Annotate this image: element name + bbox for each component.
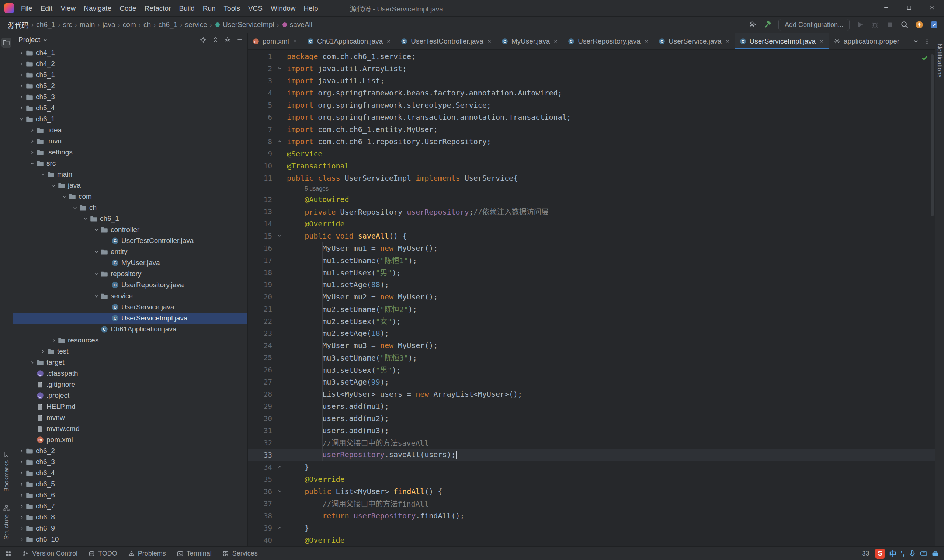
line-number[interactable]: 24: [248, 342, 275, 349]
code-line-21[interactable]: 21 mu2.setUname("陈恒2");: [248, 303, 935, 315]
tree-item-ch6_3[interactable]: ch6_3: [13, 456, 248, 468]
tree-item-ch6_8[interactable]: ch6_8: [13, 512, 248, 523]
window-maximize-button[interactable]: [898, 0, 921, 16]
tree-item-com[interactable]: com: [13, 191, 248, 202]
code-line-40[interactable]: 40 @Override: [248, 534, 935, 546]
tree-item-ch6_1[interactable]: ch6_1: [13, 114, 248, 125]
tree-item-.settings[interactable]: .settings: [13, 147, 248, 158]
code-line-29[interactable]: 29 users.add(mu1);: [248, 400, 935, 412]
menu-edit[interactable]: Edit: [37, 0, 57, 17]
code-line-37[interactable]: 37 //调用父接口中的方法findAll: [248, 497, 935, 509]
line-number[interactable]: 19: [248, 280, 275, 289]
chevron-down-icon[interactable]: [17, 115, 26, 123]
tab-Ch61Application.java[interactable]: CCh61Application.java: [302, 33, 396, 49]
tree-item-main[interactable]: main: [13, 169, 248, 180]
chevron-down-icon[interactable]: [28, 159, 37, 168]
code-line-13[interactable]: 13 private UserRepository userRepository…: [248, 205, 935, 217]
chevron-right-icon[interactable]: [28, 137, 37, 146]
add-configuration-button[interactable]: Add Configuration...: [778, 19, 850, 31]
chevron-down-icon[interactable]: [81, 214, 90, 223]
line-number[interactable]: 13: [248, 208, 275, 216]
line-number[interactable]: 2: [248, 65, 275, 72]
code-line-1[interactable]: 1package com.ch.ch6_1.service;: [248, 50, 935, 62]
chevron-right-icon[interactable]: [17, 82, 26, 90]
build-project-icon[interactable]: [764, 21, 772, 29]
code-line-30[interactable]: 30 users.add(mu2);: [248, 412, 935, 424]
code-line-4[interactable]: 4import org.springframework.beans.factor…: [248, 87, 935, 99]
tree-item-ch6_7[interactable]: ch6_7: [13, 501, 248, 512]
chevron-down-icon[interactable]: [92, 225, 101, 234]
hide-icon[interactable]: [236, 37, 243, 43]
line-number[interactable]: 11: [248, 174, 275, 182]
tree-item-ch5_2[interactable]: ch5_2: [13, 80, 248, 91]
tree-item-target[interactable]: target: [13, 357, 248, 368]
line-number[interactable]: 31: [248, 426, 275, 435]
breadcrumb-item-ch6_1[interactable]: ch6_1: [34, 20, 57, 29]
bookmarks-tool-button[interactable]: Bookmarks: [3, 451, 10, 492]
tree-item-HELP.md[interactable]: HELP.md: [13, 401, 248, 412]
line-number[interactable]: 3: [248, 77, 275, 85]
tab-UserRepository.java[interactable]: CUserRepository.java: [563, 33, 654, 49]
line-number[interactable]: 40: [248, 536, 275, 544]
ide-event-icon[interactable]: [930, 21, 938, 29]
code-line-2[interactable]: 2import java.util.ArrayList;: [248, 62, 935, 74]
chevron-right-icon[interactable]: [17, 48, 26, 57]
tree-item-ch5_1[interactable]: ch5_1: [13, 69, 248, 80]
line-number[interactable]: 6: [248, 113, 275, 121]
chevron-right-icon[interactable]: [17, 104, 26, 112]
code-line-22[interactable]: 22 mu2.setUsex("女");: [248, 315, 935, 327]
tree-item-ch6_4[interactable]: ch6_4: [13, 468, 248, 478]
tree-item-Ch61Application.java[interactable]: CCh61Application.java: [13, 324, 248, 335]
tree-item-.classpath[interactable]: .classpath: [13, 368, 248, 379]
code-line-39[interactable]: 39 }: [248, 522, 935, 534]
chevron-right-icon[interactable]: [17, 457, 26, 466]
inspections-ok-icon[interactable]: [921, 54, 929, 62]
chevron-down-icon[interactable]: [71, 203, 79, 212]
debug-icon[interactable]: [871, 21, 879, 29]
menu-build[interactable]: Build: [175, 0, 199, 17]
menu-run[interactable]: Run: [199, 0, 220, 17]
line-number[interactable]: 5: [248, 101, 275, 109]
caret-position[interactable]: 33: [862, 550, 869, 557]
tree-item-pom.xml[interactable]: mpom.xml: [13, 434, 248, 445]
code-line-26[interactable]: 26 mu3.setUsex("男");: [248, 363, 935, 376]
menu-tools[interactable]: Tools: [220, 0, 244, 17]
tree-item-.gitignore[interactable]: .gitignore: [13, 379, 248, 390]
fold-down-icon[interactable]: [275, 232, 284, 240]
toolbox-icon[interactable]: [932, 550, 939, 557]
window-close-button[interactable]: [921, 0, 944, 16]
line-number[interactable]: 17: [248, 256, 275, 264]
code-line-8[interactable]: 8import com.ch.ch6_1.repository.UserRepo…: [248, 135, 935, 148]
code-line-36[interactable]: 36 public List<MyUser> findAll() {: [248, 485, 935, 497]
tree-item-ch6_10[interactable]: ch6_10: [13, 534, 248, 545]
status-terminal[interactable]: Terminal: [177, 550, 212, 557]
tree-item-ch4_2[interactable]: ch4_2: [13, 58, 248, 69]
line-number[interactable]: 35: [248, 475, 275, 483]
code-line-23[interactable]: 23 mu2.setAge(18);: [248, 327, 935, 339]
tab-MyUser.java[interactable]: CMyUser.java: [497, 33, 564, 49]
code-line-11[interactable]: 11public class UserServiceImpl implement…: [248, 172, 935, 184]
tree-item-ch4_1[interactable]: ch4_1: [13, 47, 248, 58]
tree-item-java[interactable]: java: [13, 180, 248, 191]
chevron-right-icon[interactable]: [28, 148, 37, 157]
chevron-down-icon[interactable]: [92, 269, 101, 278]
tab-UserServiceImpl.java[interactable]: CUserServiceImpl.java: [735, 33, 829, 49]
tree-item-ch6_6[interactable]: ch6_6: [13, 489, 248, 501]
chevron-right-icon[interactable]: [17, 92, 26, 102]
breadcrumb-item-main[interactable]: main: [78, 20, 97, 29]
line-number[interactable]: 8: [248, 137, 275, 146]
chevron-right-icon[interactable]: [38, 347, 47, 356]
run-icon[interactable]: [856, 21, 864, 29]
chevron-down-icon[interactable]: [49, 181, 58, 190]
usages-inlay[interactable]: 5 usages: [248, 184, 935, 193]
tree-item-resources[interactable]: resources: [13, 335, 248, 346]
chevron-down-icon[interactable]: [92, 248, 101, 256]
project-panel-title[interactable]: Project: [18, 36, 40, 44]
fold-up-icon[interactable]: [275, 138, 284, 145]
line-number[interactable]: 32: [248, 439, 275, 447]
line-number[interactable]: 25: [248, 354, 275, 362]
code-line-34[interactable]: 34 }: [248, 461, 935, 473]
chevron-right-icon[interactable]: [17, 513, 26, 522]
code-line-38[interactable]: 38 return userRepository.findAll();: [248, 509, 935, 522]
tree-item-.idea[interactable]: .idea: [13, 125, 248, 136]
